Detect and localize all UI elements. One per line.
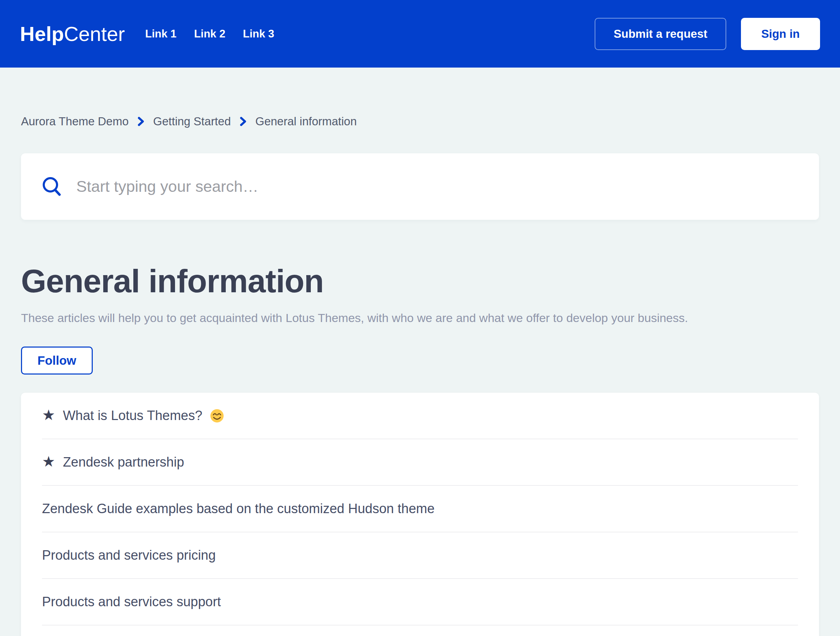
article-list: ★What is Lotus Themes? ★Zendesk partners… [21,393,819,636]
smiling-face-emoji-icon [210,409,224,423]
article-row[interactable]: Information for non-developers [21,625,819,636]
article-row[interactable]: Products and services support [21,579,819,625]
header: HelpCenter Link 1 Link 2 Link 3 Submit a… [0,0,840,68]
article-row[interactable]: Products and services pricing [21,532,819,578]
article-row[interactable]: Zendesk Guide examples based on the cust… [21,486,819,532]
nav-link-2[interactable]: Link 2 [194,28,226,40]
article-title: Zendesk Guide examples based on the cust… [42,501,435,516]
breadcrumb: Aurora Theme Demo Getting Started Genera… [21,115,819,128]
article-title: Products and services support [42,594,221,609]
star-icon: ★ [42,455,55,469]
nav-link-3[interactable]: Link 3 [243,28,275,40]
sign-in-button[interactable]: Sign in [741,18,820,50]
article-row[interactable]: ★What is Lotus Themes? [21,393,819,439]
article-row[interactable]: ★Zendesk partnership [21,439,819,485]
star-icon: ★ [42,408,55,423]
breadcrumb-item-home[interactable]: Aurora Theme Demo [21,115,129,128]
article-link[interactable]: Products and services pricing [42,548,216,563]
search-bar [21,153,819,220]
chevron-right-icon [137,116,145,127]
nav-link-1[interactable]: Link 1 [145,28,177,40]
logo-light-part: Center [64,22,125,45]
article-title: Products and services pricing [42,548,216,563]
article-link[interactable]: ★What is Lotus Themes? [42,408,224,423]
header-nav: Link 1 Link 2 Link 3 [145,28,275,40]
follow-button[interactable]: Follow [21,347,93,374]
logo-bold-part: Help [20,22,64,45]
breadcrumb-item-category[interactable]: Getting Started [153,115,231,128]
article-title: Zendesk partnership [63,455,184,470]
magnifier-icon [41,176,63,197]
chevron-right-icon [239,116,247,127]
article-title: What is Lotus Themes? [63,408,202,423]
page-description: These articles will help you to get acqu… [21,311,819,325]
page-title: General information [21,262,819,300]
main-content: Aurora Theme Demo Getting Started Genera… [21,115,819,636]
search-input[interactable] [76,177,799,196]
article-link[interactable]: Products and services support [42,594,221,609]
helpcenter-logo[interactable]: HelpCenter [20,22,125,46]
breadcrumb-item-current: General information [256,115,357,128]
article-link[interactable]: ★Zendesk partnership [42,455,184,470]
header-actions: Submit a request Sign in [595,18,820,50]
article-link[interactable]: Zendesk Guide examples based on the cust… [42,501,435,516]
submit-request-button[interactable]: Submit a request [595,18,726,50]
